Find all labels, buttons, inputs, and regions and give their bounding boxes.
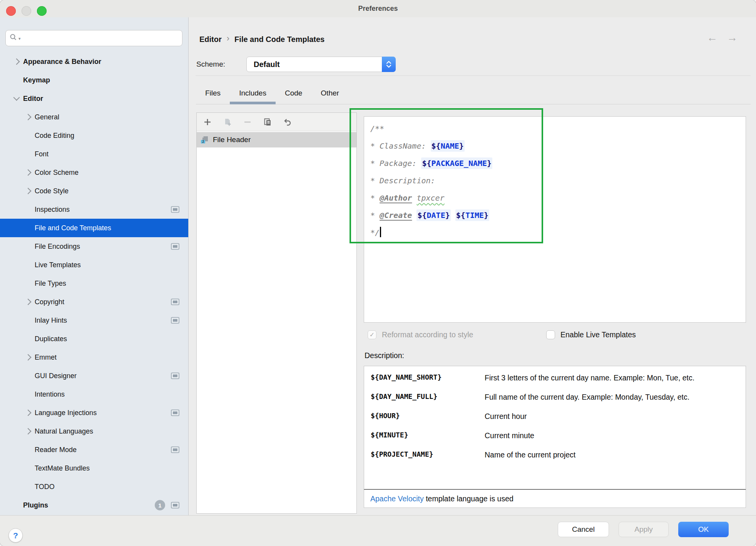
copy-template-icon[interactable] bbox=[263, 117, 272, 127]
sidebar-item-label: Inspections bbox=[35, 206, 70, 214]
search-icon bbox=[10, 33, 17, 43]
tab-includes[interactable]: Includes bbox=[230, 82, 276, 104]
tab-files[interactable]: Files bbox=[196, 82, 230, 104]
sidebar-item-file-types[interactable]: File Types bbox=[0, 274, 188, 293]
chevron-right-icon[interactable] bbox=[22, 429, 35, 434]
screen-icon bbox=[171, 373, 179, 379]
sidebar-item-code-style[interactable]: Code Style bbox=[0, 182, 188, 200]
chevron-down-icon[interactable] bbox=[10, 96, 23, 101]
variable-name: ${DAY_NAME_SHORT} bbox=[371, 372, 485, 383]
sidebar-item-inspections[interactable]: Inspections bbox=[0, 200, 188, 219]
sidebar-item-copyright[interactable]: Copyright bbox=[0, 293, 188, 311]
sidebar-item-font[interactable]: Font bbox=[0, 145, 188, 163]
chevron-right-icon[interactable] bbox=[22, 410, 35, 415]
sidebar-item-gui-designer[interactable]: GUI Designer bbox=[0, 367, 188, 385]
breadcrumb-parent[interactable]: Editor bbox=[199, 35, 222, 44]
chevron-right-icon[interactable] bbox=[22, 170, 35, 175]
template-variable: ${DATE} bbox=[416, 209, 450, 221]
sidebar-item-textmate-bundles[interactable]: TextMate Bundles bbox=[0, 459, 188, 477]
description-row: ${PROJECT_NAME}Name of the current proje… bbox=[364, 445, 746, 464]
svg-text:J: J bbox=[202, 140, 204, 144]
zoom-window-icon[interactable] bbox=[37, 6, 47, 16]
ok-button[interactable]: OK bbox=[678, 522, 729, 537]
sidebar-item-live-templates[interactable]: Live Templates bbox=[0, 256, 188, 274]
cancel-button[interactable]: Cancel bbox=[558, 522, 609, 537]
dialog-footer: ? Cancel Apply OK bbox=[0, 515, 756, 546]
tab-other[interactable]: Other bbox=[311, 82, 348, 104]
forward-arrow-icon[interactable]: → bbox=[727, 32, 738, 44]
sidebar-item-todo[interactable]: TODO bbox=[0, 477, 188, 496]
close-window-icon[interactable] bbox=[6, 6, 16, 16]
sidebar-item-file-encodings[interactable]: File Encodings bbox=[0, 237, 188, 256]
sidebar-item-intentions[interactable]: Intentions bbox=[0, 385, 188, 404]
scheme-select[interactable]: Default bbox=[246, 57, 396, 72]
apache-velocity-link[interactable]: Apache Velocity bbox=[370, 494, 424, 503]
settings-search-input[interactable]: ▾ bbox=[5, 30, 182, 46]
sidebar-item-editor[interactable]: Editor bbox=[0, 89, 188, 108]
title-bar: Preferences bbox=[0, 0, 756, 17]
template-editor[interactable]: /*** ClassName: ${NAME}* Package: ${PACK… bbox=[364, 116, 746, 323]
back-arrow-icon[interactable]: ← bbox=[707, 32, 718, 44]
breadcrumb: Editor › File and Code Templates bbox=[199, 33, 324, 45]
reformat-option: ✓ Reformat according to style bbox=[368, 330, 473, 339]
screen-icon bbox=[171, 410, 179, 416]
chevron-right-icon: › bbox=[227, 33, 229, 44]
template-item-label: File Header bbox=[213, 136, 251, 144]
sidebar-item-label: Emmet bbox=[35, 353, 57, 362]
remove-template-icon[interactable] bbox=[243, 117, 252, 127]
sidebar-item-label: Reader Mode bbox=[35, 446, 77, 454]
sidebar-item-inlay-hints[interactable]: Inlay Hints bbox=[0, 311, 188, 330]
variable-description: Current minute bbox=[485, 430, 719, 441]
sidebar-item-general[interactable]: General bbox=[0, 108, 188, 126]
template-code: /*** ClassName: ${NAME}* Package: ${PACK… bbox=[364, 117, 746, 241]
sidebar-item-appearance-behavior[interactable]: Appearance & Behavior bbox=[0, 52, 188, 71]
reset-template-icon[interactable] bbox=[283, 117, 292, 127]
variable-name: ${HOUR} bbox=[371, 411, 485, 422]
search-options-caret-icon[interactable]: ▾ bbox=[18, 36, 21, 41]
chevron-right-icon[interactable] bbox=[10, 59, 23, 64]
sidebar-item-file-and-code-templates[interactable]: File and Code Templates bbox=[0, 219, 188, 237]
chevron-right-icon[interactable] bbox=[22, 115, 35, 119]
live-templates-checkbox[interactable] bbox=[546, 330, 555, 339]
variable-name: ${MINUTE} bbox=[371, 430, 485, 441]
description-label: Description: bbox=[365, 351, 404, 360]
sidebar-item-emmet[interactable]: Emmet bbox=[0, 348, 188, 367]
reformat-checkbox[interactable]: ✓ bbox=[368, 330, 376, 339]
sidebar-item-code-editing[interactable]: Code Editing bbox=[0, 126, 188, 145]
sidebar-item-label: Editor bbox=[23, 95, 43, 103]
sidebar-item-natural-languages[interactable]: Natural Languages bbox=[0, 422, 188, 440]
stepper-icon[interactable] bbox=[382, 57, 396, 72]
sidebar-item-language-injections[interactable]: Language Injections bbox=[0, 404, 188, 422]
template-item-file-header[interactable]: J File Header bbox=[197, 132, 356, 147]
screen-icon bbox=[171, 502, 179, 509]
text-caret bbox=[380, 227, 381, 237]
chevron-right-icon[interactable] bbox=[22, 189, 35, 193]
minimize-window-icon[interactable] bbox=[22, 6, 31, 16]
tab-code[interactable]: Code bbox=[276, 82, 311, 104]
sidebar-item-duplicates[interactable]: Duplicates bbox=[0, 330, 188, 348]
screen-icon bbox=[171, 317, 179, 324]
footer-buttons: Cancel Apply OK bbox=[558, 522, 729, 537]
sidebar-item-reader-mode[interactable]: Reader Mode bbox=[0, 440, 188, 459]
variable-name: ${DAY_NAME_FULL} bbox=[371, 392, 485, 402]
velocity-note-text: template language is used bbox=[424, 494, 513, 503]
chevron-right-icon[interactable] bbox=[22, 300, 35, 304]
sidebar-item-keymap[interactable]: Keymap bbox=[0, 71, 188, 89]
template-variable: ${TIME} bbox=[455, 209, 489, 221]
velocity-note: Apache Velocity template language is use… bbox=[364, 490, 746, 508]
create-child-template-icon[interactable] bbox=[223, 117, 232, 127]
help-button[interactable]: ? bbox=[8, 528, 23, 543]
chevron-right-icon[interactable] bbox=[22, 355, 35, 360]
apply-button[interactable]: Apply bbox=[619, 522, 669, 537]
sidebar-item-label: Code Style bbox=[35, 187, 69, 195]
sidebar-item-plugins[interactable]: Plugins1 bbox=[0, 496, 188, 514]
check-icon: ✓ bbox=[370, 331, 375, 338]
scheme-selected-value: Default bbox=[247, 57, 395, 72]
reformat-label: Reformat according to style bbox=[382, 330, 473, 339]
add-template-icon[interactable] bbox=[203, 117, 212, 127]
live-templates-option: Enable Live Templates bbox=[546, 330, 636, 339]
sidebar-item-color-scheme[interactable]: Color Scheme bbox=[0, 163, 188, 182]
screen-icon bbox=[171, 206, 179, 213]
sidebar-item-label: File Encodings bbox=[35, 243, 80, 251]
description-table: ${DAY_NAME_SHORT}First 3 letters of the … bbox=[364, 366, 746, 490]
